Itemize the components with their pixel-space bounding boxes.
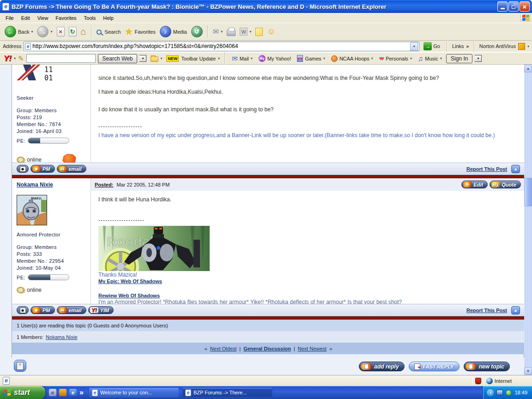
links-chevron-icon[interactable]: » [466, 43, 469, 49]
messenger-note-button[interactable] [254, 26, 265, 37]
start-button[interactable]: start [0, 386, 45, 399]
go-button[interactable]: → Go [422, 42, 442, 51]
next-newest-link[interactable]: Next Newest [298, 346, 326, 351]
quick-launch-more-icon[interactable]: » [79, 388, 84, 397]
profile-button[interactable]: ☻ [17, 306, 29, 314]
yahoo-search-input[interactable] [26, 54, 96, 63]
mail-button[interactable]: ✉ ▾ [211, 26, 224, 37]
yahoo-mail-dropdown-icon[interactable]: ▾ [251, 56, 253, 60]
profile-button[interactable]: ☻ [17, 165, 29, 173]
yahoo-logo[interactable]: Y! [4, 54, 12, 63]
norton-label[interactable]: Norton AntiVirus [479, 43, 516, 49]
taskbar-window-1[interactable]: e Welcome to your con... [89, 387, 179, 398]
print-button[interactable] [225, 26, 237, 37]
personals-button[interactable]: ♥♥ Personals ▾ [377, 54, 414, 63]
quick-launch-icon-2[interactable] [59, 389, 66, 396]
window-titlebar[interactable]: e BZP Forums -> There Going To Be A Four… [0, 0, 532, 13]
back-dropdown-icon[interactable]: ▾ [31, 30, 33, 34]
history-button[interactable]: ↺ [189, 24, 205, 39]
scrollbar-up-button[interactable]: ▲ [524, 65, 532, 73]
games-button[interactable]: ♥♥ Games ▾ [295, 54, 326, 63]
personals-dropdown-icon[interactable]: ▾ [410, 56, 412, 60]
ncaa-dropdown-icon[interactable]: ▾ [371, 56, 373, 60]
search-web-button[interactable]: Search Web [98, 54, 138, 63]
links-label[interactable]: Links [452, 43, 464, 49]
signature-banner-image[interactable]: Roodaka [98, 226, 210, 271]
sign-in-button[interactable]: Sign In [446, 54, 472, 63]
mail-dropdown-icon[interactable]: ▾ [221, 30, 223, 34]
menu-file[interactable]: File [2, 14, 18, 22]
bookmarks-dropdown-icon[interactable]: ▾ [160, 56, 162, 60]
forward-button[interactable]: → ▾ [35, 24, 54, 39]
epic-link[interactable]: My Epic: Web Of Shadows [98, 278, 162, 284]
scrollbar-down-button[interactable]: ▼ [524, 367, 532, 375]
report-post-link[interactable]: Report This Post [466, 166, 507, 172]
scroll-to-top-button[interactable]: ▲ [511, 165, 520, 173]
member-link[interactable]: Nokama Nixie [46, 334, 77, 340]
pm-button[interactable]: ☻ PM [30, 306, 55, 314]
media-button[interactable]: ♪ Media [158, 24, 189, 39]
minimize-button[interactable] [497, 1, 508, 12]
yim-button[interactable]: Y! YIM [88, 306, 114, 314]
next-oldest-link[interactable]: Next Oldest [210, 346, 236, 351]
yahoo-logo-dropdown-icon[interactable]: ▾ [14, 56, 16, 60]
taskbar-window-2[interactable]: e BZP Forums -> There... [182, 387, 272, 398]
menu-tools[interactable]: Tools [80, 14, 100, 22]
ncaa-hoops-button[interactable]: NCAA Hoops ▾ [329, 54, 375, 63]
home-button[interactable]: ⌂ [79, 25, 88, 38]
edit-button[interactable]: ✎ Edit [461, 181, 488, 188]
review-link[interactable]: Rewiew Web Of Shadows [98, 293, 160, 298]
search-web-dropdown-button[interactable]: ▾ [139, 55, 146, 62]
yahoo-mail-button[interactable]: ✉ Mail ▾ [230, 54, 254, 64]
email-button[interactable]: ✉ email [57, 306, 86, 314]
menu-view[interactable]: View [34, 14, 52, 22]
author-link[interactable]: Nokama Nixie [17, 181, 53, 188]
tray-chevron-icon[interactable]: ‹ [487, 389, 494, 396]
fast-reply-button[interactable]: FAST REPLY [409, 362, 459, 371]
forward-dropdown-icon[interactable]: ▾ [50, 30, 52, 34]
taskbar-clock[interactable]: 18:49 [514, 390, 527, 395]
toolbar-update-dropdown-icon[interactable]: ▾ [218, 56, 220, 60]
scroll-to-top-button[interactable]: ▲ [511, 306, 520, 314]
address-input[interactable] [32, 43, 409, 49]
word-dropdown-icon[interactable]: ▾ [249, 30, 251, 34]
quote-button[interactable]: My Quote [490, 181, 521, 188]
email-button[interactable]: ✉ email [57, 165, 86, 173]
add-reply-button[interactable]: add reply [359, 362, 404, 371]
restore-button[interactable] [508, 1, 519, 12]
quick-launch-icon-1[interactable]: e [49, 389, 56, 396]
topic-options-button[interactable]: ≡ [14, 360, 26, 372]
menu-help[interactable]: Help [99, 14, 117, 22]
my-yahoo-button[interactable]: My My Yahoo! [257, 54, 293, 63]
music-dropdown-icon[interactable]: ▾ [440, 56, 442, 60]
bookmarks-button[interactable]: ▾ [149, 54, 164, 63]
tray-antivirus-icon[interactable] [506, 390, 512, 396]
edit-pencil-icon[interactable]: ✎ [18, 54, 24, 63]
address-combo[interactable]: e ▾ [24, 42, 419, 51]
close-button[interactable]: × [520, 1, 530, 12]
back-button[interactable]: ← Back ▾ [3, 24, 35, 39]
report-post-link[interactable]: Report This Post [466, 308, 507, 313]
sign-in-dropdown-button[interactable]: ▾ [475, 55, 482, 62]
vertical-scrollbar[interactable]: ▲ ▼ [524, 65, 532, 375]
refresh-button[interactable]: ↻ [67, 25, 79, 38]
search-button[interactable]: Search [95, 27, 123, 36]
favorites-button[interactable]: ★ Favorites [123, 25, 157, 38]
forum-link[interactable]: General Discussion [243, 346, 291, 351]
toolbar-update-label[interactable]: Toolbar Update [181, 56, 216, 61]
music-button[interactable]: ♫ Music ▾ [416, 54, 444, 63]
new-topic-button[interactable]: new topic [464, 362, 510, 371]
edit-with-word-button[interactable]: W ▾ [238, 26, 253, 37]
quick-launch-icon-3[interactable]: e [69, 389, 77, 396]
address-dropdown-button[interactable]: ▾ [410, 42, 418, 51]
yahoo-messenger-button[interactable]: ☺ [265, 25, 277, 38]
security-alert-icon[interactable] [475, 378, 481, 384]
pm-button[interactable]: ☻ PM [30, 165, 55, 173]
games-dropdown-icon[interactable]: ▾ [323, 56, 325, 60]
scrollbar-thumb[interactable] [524, 178, 532, 206]
menu-edit[interactable]: Edit [18, 14, 34, 22]
norton-dropdown-icon[interactable]: ▾ [527, 44, 529, 48]
stop-button[interactable]: × [55, 25, 66, 38]
tray-network-icon[interactable] [496, 390, 503, 395]
menu-favorites[interactable]: Favorites [52, 14, 80, 22]
